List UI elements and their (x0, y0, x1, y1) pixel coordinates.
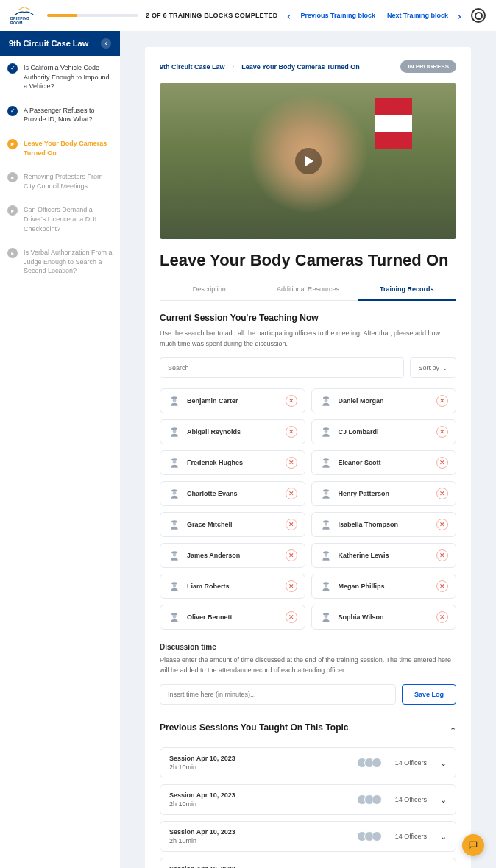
officer-name: Isabella Thompson (339, 521, 431, 528)
sidebar: 9th Circuit Case Law ‹ ✓Is California Ve… (0, 31, 120, 868)
svg-point-21 (173, 553, 177, 557)
collapse-icon[interactable]: ⌃ (450, 726, 456, 736)
chevron-down-icon[interactable]: ⌄ (440, 795, 447, 805)
officer-avatar-icon (168, 487, 181, 500)
officer-item: Grace Mitchell✕ (160, 512, 305, 537)
sidebar-item[interactable]: ✓Is California Vehicle Code Authority En… (0, 56, 120, 99)
logo[interactable]: BRIEFING ROOM (10, 6, 38, 25)
officer-name: CJ Lombardi (339, 428, 431, 435)
session-row[interactable]: Session Apr 10, 20232h 10min14 Officers⌄ (160, 747, 456, 778)
officer-item: Katherine Lewis✕ (311, 543, 457, 568)
session-avatars (360, 831, 382, 842)
sidebar-item[interactable]: ▸Is Verbal Authorization From a Judge En… (0, 241, 120, 283)
video-player[interactable] (160, 83, 456, 239)
remove-officer-button[interactable]: ✕ (436, 488, 448, 499)
remove-officer-button[interactable]: ✕ (286, 549, 297, 561)
user-avatar[interactable] (471, 8, 486, 23)
sidebar-item-label: Removing Protestors From City Council Me… (24, 172, 113, 191)
officer-name: Oliver Bennett (187, 613, 280, 621)
remove-officer-button[interactable]: ✕ (286, 519, 297, 530)
remove-officer-button[interactable]: ✕ (436, 395, 448, 407)
crumb-root[interactable]: 9th Circuit Case Law (160, 63, 225, 71)
header-nav: Previous Training block Next Training bl… (286, 10, 462, 21)
officer-name: Henry Patterson (339, 490, 431, 497)
remove-officer-button[interactable]: ✕ (436, 549, 448, 561)
session-officer-count: 14 Officers (395, 833, 427, 840)
time-input[interactable] (160, 684, 396, 705)
officer-name: Eleanor Scott (339, 459, 431, 466)
officer-name: Megan Phillips (339, 583, 431, 590)
svg-point-1 (173, 399, 177, 402)
remove-officer-button[interactable]: ✕ (286, 395, 297, 407)
previous-sessions-heading: Previous Sessions You Taught On This Top… (160, 722, 348, 733)
sidebar-item[interactable]: ▸Removing Protestors From City Council M… (0, 165, 120, 198)
remove-officer-button[interactable]: ✕ (286, 488, 297, 499)
sidebar-item[interactable]: ▸Can Officers Demand a Driver's Licence … (0, 198, 120, 241)
officer-avatar-icon (319, 456, 333, 469)
sidebar-header[interactable]: 9th Circuit Case Law ‹ (0, 31, 120, 56)
officer-avatar-icon (168, 394, 181, 408)
officer-item: Abigail Reynolds✕ (160, 419, 305, 444)
chevron-down-icon: ⌄ (442, 364, 448, 371)
sidebar-item-label: Leave Your Body Cameras Turned On (24, 139, 113, 157)
officer-avatar-icon (168, 549, 181, 562)
session-duration: 2h 10min (169, 800, 352, 808)
tab-records[interactable]: Training Records (358, 279, 456, 301)
next-block-link[interactable]: Next Training block (383, 10, 452, 21)
officer-name: Sophia Wilson (339, 613, 431, 621)
remove-officer-button[interactable]: ✕ (436, 611, 448, 623)
session-officer-count: 14 Officers (395, 796, 427, 803)
sidebar-back-icon[interactable]: ‹ (101, 38, 111, 49)
officer-name: Katherine Lewis (339, 552, 431, 559)
svg-point-15 (324, 491, 327, 495)
session-row[interactable]: Session Apr 10, 20232h 10min14 Officers⌄ (160, 821, 456, 852)
svg-point-13 (173, 491, 177, 495)
svg-point-31 (324, 615, 327, 619)
officer-item: Oliver Bennett✕ (160, 605, 305, 630)
sort-dropdown[interactable]: Sort by ⌄ (410, 357, 456, 378)
main-card: 9th Circuit Case Law › Leave Your Body C… (145, 47, 471, 868)
remove-officer-button[interactable]: ✕ (286, 580, 297, 592)
session-title: Session Apr 10, 2023 (169, 828, 352, 836)
remove-officer-button[interactable]: ✕ (436, 457, 448, 469)
save-log-button[interactable]: Save Log (402, 684, 456, 705)
remove-officer-button[interactable]: ✕ (286, 457, 297, 469)
officer-item: Frederick Hughes✕ (160, 450, 305, 475)
remove-officer-button[interactable]: ✕ (436, 426, 448, 438)
chevron-down-icon[interactable]: ⌄ (440, 758, 447, 768)
svg-point-29 (173, 615, 177, 619)
chat-fab[interactable] (462, 834, 484, 856)
officer-avatar-icon (168, 580, 181, 593)
remove-officer-button[interactable]: ✕ (436, 519, 448, 530)
officer-item: Liam Roberts✕ (160, 574, 305, 599)
flag-decor (375, 98, 412, 149)
session-row[interactable]: Session Apr 10, 20232h 10min14 Officers⌄ (160, 858, 456, 868)
svg-point-9 (173, 460, 177, 464)
play-icon[interactable] (295, 148, 322, 174)
crumb-current: Leave Your Body Cameras Turned On (241, 63, 360, 71)
officer-avatar-icon (319, 487, 333, 500)
sidebar-item[interactable]: ✓A Passenger Refuses to Provide ID, Now … (0, 99, 120, 132)
tab-resources[interactable]: Additional Resources (258, 279, 357, 300)
sidebar-item-label: Is Verbal Authorization From a Judge Eno… (24, 248, 113, 276)
remove-officer-button[interactable]: ✕ (436, 580, 448, 592)
svg-point-27 (324, 584, 327, 588)
search-input[interactable] (160, 357, 404, 378)
session-row[interactable]: Session Apr 10, 20232h 10min14 Officers⌄ (160, 784, 456, 815)
officer-name: James Anderson (187, 552, 280, 559)
officer-avatar-icon (319, 611, 333, 624)
current-session-heading: Current Session You're Teaching Now (160, 313, 456, 323)
prev-block-link[interactable]: Previous Training block (297, 10, 379, 21)
chevron-down-icon[interactable]: ⌄ (440, 832, 447, 842)
sidebar-item[interactable]: ▸Leave Your Body Cameras Turned On (0, 132, 120, 165)
remove-officer-button[interactable]: ✕ (286, 611, 297, 623)
sidebar-item-label: Is California Vehicle Code Authority Eno… (24, 63, 113, 91)
officer-avatar-icon (319, 518, 333, 531)
progress-text: 2 OF 6 TRAINING BLOCKS COMPLETED (146, 12, 277, 19)
remove-officer-button[interactable]: ✕ (286, 426, 297, 438)
session-title: Session Apr 10, 2023 (169, 791, 352, 799)
chevron-left-icon (286, 13, 292, 18)
tab-description[interactable]: Description (160, 279, 258, 300)
session-avatars (360, 758, 382, 768)
officer-item: Megan Phillips✕ (311, 574, 457, 599)
